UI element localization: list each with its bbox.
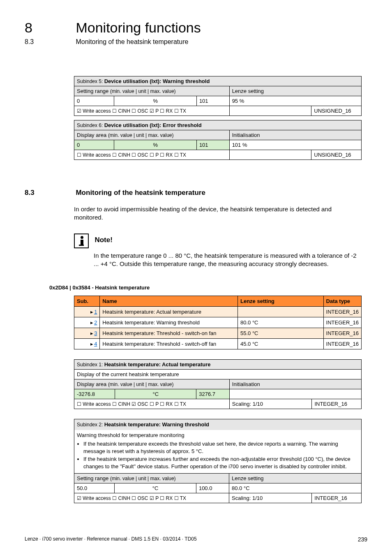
sub1-init-label: Initialisation: [229, 379, 361, 389]
sub5-lenze-label: Lenze setting: [229, 86, 361, 96]
sub2-bullet1: If the heatsink temperature exceeds the …: [83, 440, 359, 455]
sub6-init-value: 101 %: [229, 140, 361, 150]
note-block: Note! In the temperature range 0 ... 80 …: [74, 234, 362, 268]
section-paragraph: In order to avoid impermissible heating …: [74, 205, 362, 222]
sub1-init-value: [229, 389, 361, 399]
sub2-lenze-value: 80.0 °C: [229, 483, 362, 493]
object-table: Sub. Name Lenze setting Data type ▸1 Hea…: [74, 296, 362, 349]
sub1-scaling: Scaling: 1/10: [229, 399, 312, 409]
sub2-unit: °C: [115, 483, 196, 493]
page-number: 239: [358, 536, 367, 543]
sub5-lenze-value: 95 %: [229, 96, 361, 106]
table-subindex-6: Subindex 6: Device utilisation (Ixt): Er…: [74, 120, 362, 160]
sub2-max: 100.0: [196, 483, 229, 493]
section-number: 8.3: [25, 189, 74, 197]
table-subindex-5: Subindex 5: Device utilisation (Ixt): Wa…: [74, 76, 362, 116]
object-heading: 0x2D84 | 0x3584 - Heatsink temperature: [49, 284, 367, 291]
section-number-top: 8.3: [25, 38, 74, 46]
sub1-min: -3276.8: [74, 389, 115, 399]
col-sub: Sub.: [74, 296, 100, 307]
info-icon: [74, 234, 89, 248]
sub6-datatype: UNSIGNED_16: [311, 150, 362, 160]
sub2-access: ☑ Write access ☐ CINH ☐ OSC ☑ P ☐ RX ☐ T…: [74, 493, 229, 503]
sub2-datatype: INTEGER_16: [312, 493, 362, 503]
sub6-unit: %: [114, 140, 196, 150]
sub6-max: 101: [196, 140, 229, 150]
sub1-access: ☐ Write access ☐ CINH ☑ OSC ☐ P ☐ RX ☐ T…: [74, 399, 230, 409]
sub1-max: 3276.7: [196, 389, 230, 399]
sub6-access: ☐ Write access ☐ CINH ☐ OSC ☐ P ☐ RX ☐ T…: [74, 150, 230, 160]
col-dtype: Data type: [323, 296, 361, 307]
sub5-max: 101: [196, 96, 229, 106]
table-row: ▸4 Heatsink temperature: Threshold - swi…: [74, 339, 362, 349]
sub1-unit: °C: [115, 389, 196, 399]
table-subindex-2: Subindex 2: Heatsink temperature: Warnin…: [74, 419, 362, 473]
table-row: ▸1 Heatsink temperature: Actual temperat…: [74, 307, 362, 317]
chapter-title: Monitoring functions: [76, 20, 201, 36]
sub5-unit: %: [114, 96, 196, 106]
note-title: Note!: [95, 236, 112, 244]
sub1-datatype: INTEGER_16: [312, 399, 362, 409]
table-row: ▸2 Heatsink temperature: Warning thresho…: [74, 317, 362, 328]
chapter-number: 8: [25, 20, 74, 36]
col-lenze: Lenze setting: [238, 296, 324, 307]
sub5-title: Device utilisation (Ixt): Warning thresh…: [104, 78, 210, 84]
table-row: ▸3 Heatsink temperature: Threshold - swi…: [74, 328, 362, 339]
sub1-title: Heatsink temperature: Actual temperature: [104, 361, 211, 368]
dash-line: _ _ _ _ _ _ _ _ _ _ _ _ _ _ _ _ _ _ _ _ …: [25, 53, 367, 60]
sub5-min: 0: [74, 96, 114, 106]
sub2-desc: Warning threshold for temperature monito…: [77, 432, 359, 439]
table-subindex-1: Subindex 1: Heatsink temperature: Actual…: [74, 359, 362, 409]
sub1-range-label: Display area: [77, 381, 108, 387]
table-subindex-2-settings: Setting range (min. value | unit | max. …: [74, 473, 362, 503]
sub2-lenze-label: Lenze setting: [229, 474, 362, 483]
section-title: Monitoring of the heatsink temperature: [76, 189, 205, 197]
sub6-range-label: Display area: [77, 132, 108, 138]
sub5-range-label: Setting range: [77, 88, 110, 94]
sub6-init-label: Initialisation: [229, 130, 361, 140]
note-text: In the temperature range 0 ... 80 °C, th…: [94, 252, 362, 268]
sub2-bullet2: If the heatsink temperature increases fu…: [83, 456, 359, 470]
sub2-title: Heatsink temperature: Warning threshold: [104, 421, 209, 428]
sub2-min: 50.0: [74, 483, 115, 493]
sub2-range-label: Setting range: [77, 475, 110, 481]
footer-text: Lenze · i700 servo inverter · Reference …: [25, 536, 197, 542]
sub6-title: Device utilisation (Ixt): Error threshol…: [104, 122, 202, 128]
col-name: Name: [100, 296, 238, 307]
section-title-top: Monitoring of the heatsink temperature: [76, 38, 188, 46]
sub1-desc: Display of the current heatsink temperat…: [74, 370, 362, 379]
sub5-datatype: UNSIGNED_16: [311, 106, 362, 116]
sub6-min: 0: [74, 140, 114, 150]
sub5-access: ☑ Write access ☐ CINH ☐ OSC ☑ P ☐ RX ☐ T…: [74, 106, 230, 116]
sub2-scaling: Scaling: 1/10: [229, 493, 312, 503]
